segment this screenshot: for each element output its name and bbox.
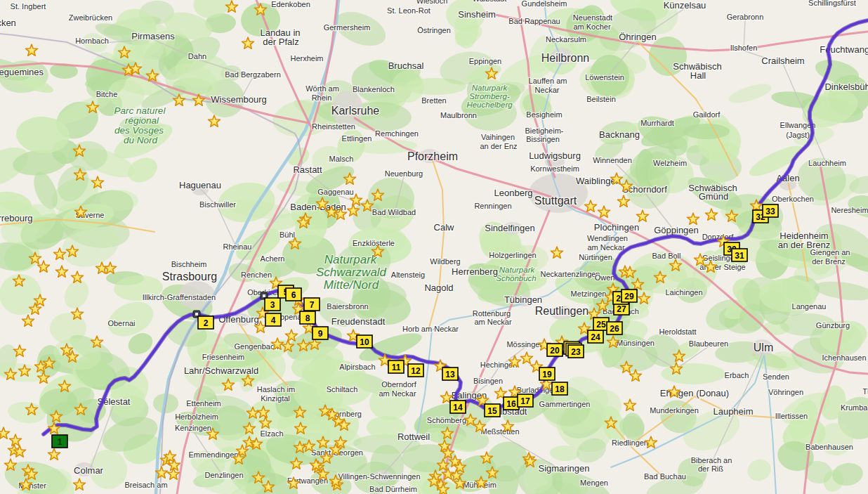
route-marker-26[interactable]: 26 — [607, 322, 622, 334]
route-marker-8[interactable]: 8 — [300, 311, 315, 324]
place-label: Heroldstatt — [659, 327, 696, 336]
map-viewport[interactable]: Parc naturelrégionaldes Vosgesdu NordNat… — [0, 0, 868, 494]
route-marker-14[interactable]: 14 — [450, 401, 466, 413]
route-marker-19[interactable]: 19 — [539, 368, 555, 380]
route-marker-9[interactable]: 9 — [313, 327, 328, 339]
route-marker-20[interactable]: 20 — [547, 344, 563, 356]
marker-number: 17 — [520, 396, 530, 406]
route-marker-33[interactable]: 33 — [763, 204, 778, 217]
place-label: Achern — [261, 254, 285, 263]
place-label: Sarreguemines — [0, 67, 44, 77]
place-label: Zweibrücken — [69, 13, 112, 22]
marker-number: 9 — [318, 329, 323, 339]
place-label: am Neckar — [587, 243, 625, 252]
park-label: des Vosges — [114, 125, 164, 136]
place-label: Herbolzheim — [175, 412, 218, 421]
place-label: Oberkochen — [772, 195, 814, 203]
place-label: Bischheim — [171, 260, 207, 268]
place-label: am Neckar — [474, 318, 512, 326]
place-label: Rastatt — [293, 164, 322, 175]
place-label: Colmar — [74, 465, 104, 476]
marker-number: 26 — [610, 324, 619, 334]
route-marker-31[interactable]: 31 — [732, 249, 747, 261]
place-label: Welzheim — [653, 159, 687, 167]
route-marker-3[interactable]: 3 — [265, 298, 280, 311]
marker-number: 4 — [271, 316, 276, 325]
place-label: Vöhringen — [768, 388, 803, 396]
route-marker-4[interactable]: 4 — [265, 313, 281, 326]
place-label: Calw — [434, 222, 455, 233]
place-label: Bad Rappenau — [508, 17, 560, 25]
marker-number: 23 — [571, 347, 581, 357]
place-label: Nürtingen — [579, 253, 612, 261]
place-label: Meßstetten — [480, 427, 519, 436]
place-label: Lauchheim — [808, 159, 846, 167]
place-label: Senden — [763, 372, 789, 381]
route-marker-16[interactable]: 16 — [504, 397, 519, 410]
place-label: Lahr/Schwarzwald — [184, 365, 258, 376]
place-label: Gmünd — [699, 191, 729, 202]
marker-number: 19 — [542, 370, 552, 379]
route-marker-7[interactable]: 7 — [304, 298, 320, 311]
route-marker-29[interactable]: 29 — [622, 290, 637, 302]
park-label: Heuchelberg — [466, 100, 513, 109]
place-label: Bruchsal — [388, 60, 424, 71]
marker-number: 8 — [305, 313, 310, 323]
place-label: Bad Dürrheim — [369, 485, 417, 493]
place-label: Krumbach — [841, 403, 868, 412]
place-label: Owen — [595, 273, 615, 282]
place-label: Murrhardt — [640, 119, 674, 127]
place-label: Waibstadt — [473, 0, 507, 3]
marker-number: 10 — [360, 337, 369, 347]
place-label: Reutlingen — [535, 305, 589, 317]
place-label: Leonberg — [494, 188, 533, 198]
route-start-marker[interactable]: 1 — [52, 435, 67, 448]
place-label: an der Enz — [480, 142, 517, 150]
place-label: Bad Wildbad — [372, 208, 416, 216]
place-label: Wörth am — [305, 84, 339, 93]
place-label: Ettenheim — [186, 399, 221, 408]
place-label: Heilbronn — [541, 52, 589, 64]
route-marker-23[interactable]: 23 — [564, 342, 584, 358]
place-label: Strasbourg — [162, 271, 217, 282]
place-label: Kinzigtal — [261, 394, 290, 403]
place-label: Holzgerlingen — [489, 251, 536, 259]
place-label: am Kocher — [573, 22, 611, 31]
route-marker-24[interactable]: 24 — [588, 330, 603, 343]
place-label: Sarrebourg — [0, 213, 33, 223]
place-label: Kornwestheim — [530, 164, 579, 173]
route-marker-15[interactable]: 15 — [485, 404, 500, 417]
place-label: Dahn — [188, 52, 206, 60]
place-label: Ichenhausen — [822, 353, 867, 362]
place-label: (Jagst) — [786, 131, 810, 139]
place-label: Illertissen — [775, 412, 808, 420]
place-label: Munderkingen — [650, 406, 699, 415]
via-point-inner — [195, 313, 198, 316]
route-marker-17[interactable]: 17 — [518, 394, 533, 407]
park-label: du Nord — [124, 135, 158, 145]
marker-number: 12 — [411, 366, 421, 376]
place-label: Bühl — [280, 230, 295, 239]
marker-number: 18 — [555, 384, 565, 394]
place-label: Wendlingen — [587, 234, 628, 242]
marker-number: 2 — [204, 318, 209, 328]
map-canvas[interactable]: Parc naturelrégionaldes Vosgesdu NordNat… — [0, 0, 868, 494]
route-marker-12[interactable]: 12 — [408, 364, 423, 377]
place-label: Renningen — [474, 202, 511, 210]
place-label: Hornbach — [75, 37, 109, 45]
route-marker-10[interactable]: 10 — [357, 335, 372, 348]
route-marker-11[interactable]: 11 — [388, 360, 404, 373]
place-label: Bisingen — [473, 377, 503, 385]
place-label: Dinkelsbühl — [824, 82, 868, 92]
route-marker-6[interactable]: 6 — [286, 288, 301, 301]
place-label: Gammertingen — [539, 400, 591, 408]
marker-number: 7 — [310, 300, 315, 310]
route-marker-2[interactable]: 2 — [198, 316, 213, 329]
marker-number: 24 — [591, 332, 600, 342]
place-label: Neckar — [535, 86, 560, 94]
place-label: Bitche — [96, 90, 118, 98]
route-marker-18[interactable]: 18 — [552, 382, 567, 395]
place-label: der Brenz — [812, 257, 846, 266]
park-label: Stromberg- — [469, 92, 510, 100]
route-marker-13[interactable]: 13 — [442, 368, 458, 380]
